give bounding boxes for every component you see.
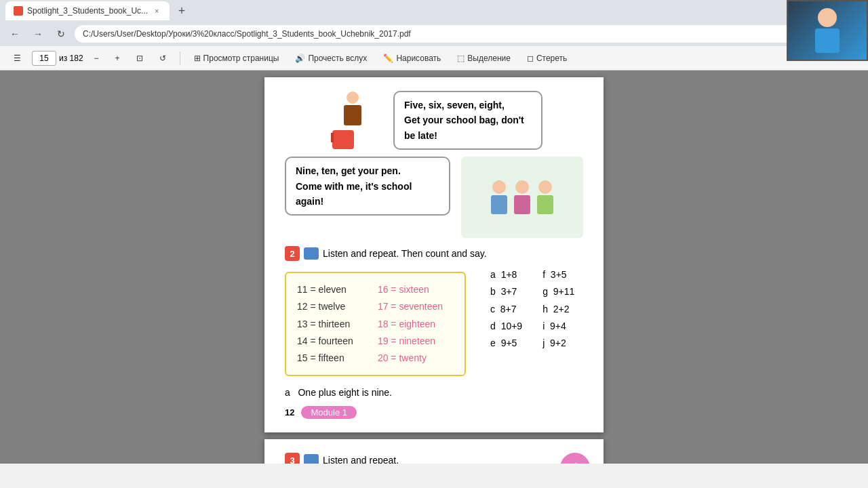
draw-label: Нарисовать [396, 54, 441, 63]
select-button[interactable]: ⬚ Выделение [452, 51, 516, 66]
separator [180, 52, 180, 65]
exercises-two-cols: a 1+8 b 3+7 c 8+7 d 10+9 e 9+5 f 3+5 g 9… [490, 266, 574, 352]
ex-h-label: h [542, 304, 548, 314]
second-bubble: Nine, ten, get your pen. Come with me, i… [285, 157, 450, 216]
section-3-number: 3 [285, 453, 300, 464]
answer-label: a [285, 387, 290, 398]
ex-c-expr: 8+7 [500, 304, 517, 314]
select-label: Выделение [467, 54, 511, 63]
num-11: 11 = eleven [297, 281, 353, 298]
pdf-page-2: 1b 3 Listen and repeat. Ee Ee is... [264, 439, 604, 464]
ex-d-expr: 10+9 [501, 321, 523, 331]
zoom-in-icon: + [115, 54, 120, 63]
section-2-text: Listen and repeat. Then count and say. [323, 248, 487, 259]
ex-j: j 9+2 [542, 335, 574, 352]
num-20: 20 = twenty [378, 350, 443, 367]
back-button[interactable]: ← [5, 24, 24, 43]
second-illustration-row: Nine, ten, get your pen. Come with me, i… [285, 157, 583, 238]
top-illustration: Five, six, seven, eight, Get your school… [285, 91, 583, 150]
video-placeholder [788, 1, 867, 60]
pdf-viewer[interactable]: Five, six, seven, eight, Get your school… [0, 70, 868, 464]
ex-i: i 9+4 [542, 318, 574, 335]
address-input[interactable] [75, 25, 823, 43]
hamburger-icon: ☰ [14, 54, 21, 63]
ex-e: e 9+5 [490, 335, 522, 352]
tab-title: Spotlight_3_Students_book_Uc... [27, 6, 148, 16]
ex-f-expr: 3+5 [551, 269, 567, 280]
draw-button[interactable]: ✏️ Нарисовать [378, 51, 446, 66]
fit-icon: ⊡ [136, 54, 143, 63]
view-label: Просмотр страницы [203, 54, 279, 63]
exercises-column: a 1+8 b 3+7 c 8+7 d 10+9 e 9+5 f 3+5 g 9… [479, 266, 574, 352]
numbers-exercises-row: 11 = eleven 12 = twelve 13 = thirteen 14… [285, 266, 583, 382]
pdf-toolbar: ☰ из 182 − + ⊡ ↺ ⊞ Просмотр страницы 🔊 П… [0, 46, 868, 70]
ex-d-label: d [490, 321, 496, 331]
num-12: 12 = twelve [297, 298, 353, 315]
rotate-icon: ↺ [159, 54, 166, 63]
characters-illustration [461, 157, 583, 238]
badge-1b: 1b [559, 451, 591, 464]
section-3-text: Listen and repeat. [323, 455, 399, 464]
pdf-page-1: Five, six, seven, eight, Get your school… [264, 77, 604, 432]
ex-h-expr: 2+2 [553, 304, 570, 314]
read-icon: 🔊 [295, 54, 305, 63]
view-page-button[interactable]: ⊞ Просмотр страницы [189, 51, 285, 66]
tab-bar: Spotlight_3_Students_book_Uc... × + [0, 0, 868, 22]
ex-j-label: j [542, 338, 545, 348]
poem-line2: Get your school bag, don't be late! [404, 113, 532, 143]
section-2-label: 2 Listen and repeat. Then count and say. [285, 246, 487, 261]
num-19: 19 = nineteen [378, 333, 443, 350]
view-icon: ⊞ [194, 54, 201, 63]
speech-bubble-top: Five, six, seven, eight, Get your school… [393, 91, 542, 150]
browser-tab[interactable]: Spotlight_3_Students_book_Uc... × [5, 1, 170, 20]
ex-g: g 9+11 [542, 283, 574, 300]
ex-b-expr: 3+7 [501, 286, 517, 297]
page-footer: 12 Module 1 [285, 406, 583, 419]
char-2 [514, 180, 530, 214]
pdf-pages-container: Five, six, seven, eight, Get your school… [264, 77, 604, 457]
char-3 [537, 180, 553, 214]
tab-close-button[interactable]: × [152, 6, 161, 16]
forward-button[interactable]: → [28, 24, 47, 43]
video-person [815, 8, 840, 53]
ex-f: f 3+5 [542, 266, 574, 283]
audio-icon-2[interactable] [304, 247, 319, 260]
ex-a: a 1+8 [490, 266, 522, 283]
ex-j-expr: 9+2 [550, 338, 566, 348]
read-aloud-button[interactable]: 🔊 Прочесть вслух [290, 51, 372, 66]
numbers-right-column: 16 = sixteen 17 = seventeen 18 = eightee… [378, 281, 454, 367]
ex-i-label: i [542, 321, 545, 331]
exercises-right: f 3+5 g 9+11 h 2+2 i 9+4 j 9+2 [542, 266, 574, 352]
rotate-button[interactable]: ↺ [154, 51, 172, 66]
zoom-out-button[interactable]: − [89, 51, 104, 66]
numbers-left-column: 11 = eleven 12 = twelve 13 = thirteen 14… [297, 281, 364, 367]
select-icon: ⬚ [457, 54, 465, 63]
char-1 [491, 180, 507, 214]
video-panel [787, 0, 868, 61]
ex-b: b 3+7 [490, 283, 522, 300]
num-14: 14 = fourteen [297, 333, 353, 350]
ex-e-label: e [490, 338, 496, 348]
ex-d: d 10+9 [490, 318, 522, 335]
num-17: 17 = seventeen [378, 298, 443, 315]
speech-bubble-bottom: Nine, ten, get your pen. Come with me, i… [285, 157, 450, 216]
page-input[interactable] [32, 51, 56, 66]
audio-icon-3[interactable] [304, 454, 319, 464]
poem-line4: Come with me, it's school again! [296, 179, 439, 209]
erase-button[interactable]: ◻ Стереть [521, 51, 572, 66]
page-total: из 182 [59, 54, 83, 63]
numbers-columns: 11 = eleven 12 = twelve 13 = thirteen 14… [297, 281, 454, 367]
ex-c: c 8+7 [490, 301, 522, 318]
ex-c-label: c [490, 304, 495, 314]
zoom-in-button[interactable]: + [110, 51, 125, 66]
poem-line3: Nine, ten, get your pen. [296, 163, 439, 178]
erase-label: Стереть [536, 54, 567, 63]
sidebar-toggle-button[interactable]: ☰ [8, 51, 26, 66]
ex-g-label: g [542, 286, 548, 297]
refresh-button[interactable]: ↻ [52, 24, 71, 43]
character-illustration-left [326, 92, 380, 149]
new-tab-button[interactable]: + [172, 1, 191, 20]
ex-h: h 2+2 [542, 301, 574, 318]
fit-page-button[interactable]: ⊡ [131, 51, 149, 66]
numbers-box: 11 = eleven 12 = twelve 13 = thirteen 14… [285, 272, 466, 376]
